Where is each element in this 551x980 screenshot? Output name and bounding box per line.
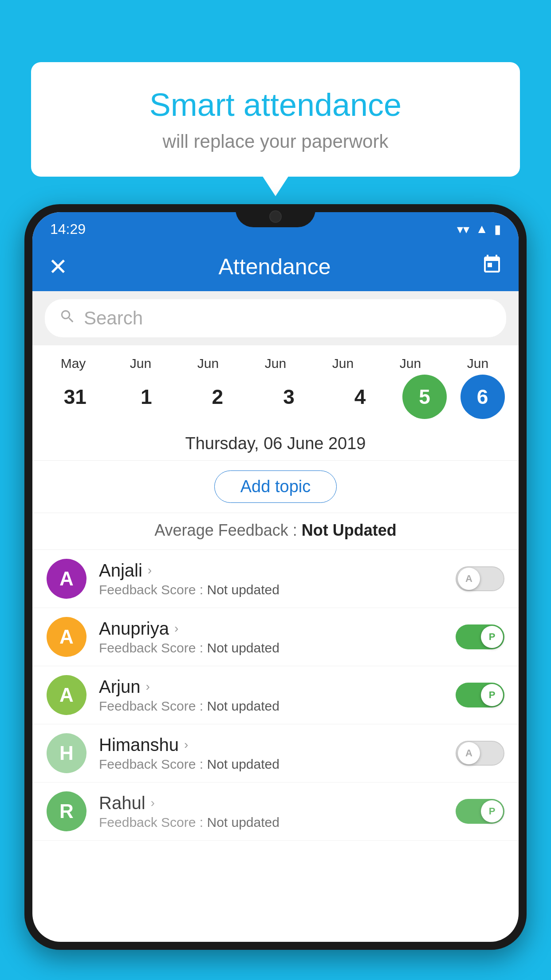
student-feedback-anjali: Feedback Score : Not updated xyxy=(99,582,443,597)
calendar-month-2: Jun xyxy=(179,356,237,371)
chevron-right-icon: › xyxy=(184,738,188,752)
calendar-day-6[interactable]: 6 xyxy=(460,375,505,419)
header-title: Attendance xyxy=(68,254,481,280)
toggle-knob-anjali: A xyxy=(458,568,480,590)
student-name-arjun: Arjun › xyxy=(99,677,443,697)
toggle-knob-himanshu: A xyxy=(458,742,480,764)
student-item-arjun[interactable]: A Arjun › Feedback Score : Not updated P xyxy=(32,666,519,724)
toggle-knob-rahul: P xyxy=(481,800,503,822)
avatar-anjali: A xyxy=(47,559,87,599)
phone-frame: 14:29 ▾▾ ▲ ▮ ✕ Attendance xyxy=(24,204,527,950)
speech-bubble-container: Smart attendance will replace your paper… xyxy=(31,62,520,177)
avatar-himanshu: H xyxy=(47,733,87,773)
student-info-himanshu: Himanshu › Feedback Score : Not updated xyxy=(99,735,443,772)
calendar-month-4: Jun xyxy=(314,356,372,371)
student-name-himanshu: Himanshu › xyxy=(99,735,443,755)
attendance-toggle-anjali[interactable]: A xyxy=(456,566,504,591)
student-feedback-himanshu: Feedback Score : Not updated xyxy=(99,757,443,772)
date-label: Thursday, 06 June 2019 xyxy=(185,434,366,453)
calendar-days-row: 31 1 2 3 4 5 6 xyxy=(39,375,512,419)
search-bar-container: Search xyxy=(32,291,519,345)
calendar-month-3: Jun xyxy=(247,356,304,371)
date-label-section: Thursday, 06 June 2019 xyxy=(32,425,519,461)
phone-container: 14:29 ▾▾ ▲ ▮ ✕ Attendance xyxy=(24,204,527,980)
phone-camera xyxy=(269,210,282,223)
calendar-day-1[interactable]: 1 xyxy=(118,375,175,419)
calendar-month-1: Jun xyxy=(112,356,169,371)
student-info-arjun: Arjun › Feedback Score : Not updated xyxy=(99,677,443,714)
attendance-toggle-anupriya[interactable]: P xyxy=(456,624,504,649)
battery-icon: ▮ xyxy=(494,222,501,237)
phone-screen: 14:29 ▾▾ ▲ ▮ ✕ Attendance xyxy=(32,212,519,942)
chevron-right-icon: › xyxy=(148,563,152,577)
student-item-rahul[interactable]: R Rahul › Feedback Score : Not updated P xyxy=(32,782,519,841)
status-icons: ▾▾ ▲ ▮ xyxy=(457,222,501,237)
wifi-icon: ▾▾ xyxy=(457,222,469,237)
signal-icon: ▲ xyxy=(476,222,488,236)
chevron-right-icon: › xyxy=(146,680,150,694)
attendance-toggle-rahul[interactable]: P xyxy=(456,799,504,824)
student-info-rahul: Rahul › Feedback Score : Not updated xyxy=(99,793,443,830)
toggle-rahul[interactable]: P xyxy=(456,799,504,824)
calendar-month-0: May xyxy=(44,356,102,371)
student-item-anjali[interactable]: A Anjali › Feedback Score : Not updated … xyxy=(32,550,519,608)
bubble-subtitle: will replace your paperwork xyxy=(58,131,493,152)
toggle-knob-arjun: P xyxy=(481,684,503,706)
toggle-anjali[interactable]: A xyxy=(456,566,504,591)
chevron-right-icon: › xyxy=(151,796,155,810)
student-name-anupriya: Anupriya › xyxy=(99,619,443,639)
student-item-himanshu[interactable]: H Himanshu › Feedback Score : Not update… xyxy=(32,724,519,782)
student-feedback-arjun: Feedback Score : Not updated xyxy=(99,699,443,714)
calendar-day-5[interactable]: 5 xyxy=(402,375,447,419)
toggle-anupriya[interactable]: P xyxy=(456,624,504,649)
student-feedback-anupriya: Feedback Score : Not updated xyxy=(99,640,443,656)
student-list: A Anjali › Feedback Score : Not updated … xyxy=(32,550,519,841)
phone-notch xyxy=(236,204,315,227)
search-input[interactable]: Search xyxy=(84,308,143,329)
student-name-rahul: Rahul › xyxy=(99,793,443,813)
toggle-arjun[interactable]: P xyxy=(456,683,504,707)
calendar-month-6: Jun xyxy=(449,356,507,371)
student-name-anjali: Anjali › xyxy=(99,561,443,581)
avg-feedback-section: Average Feedback : Not Updated xyxy=(32,513,519,550)
calendar-strip: May Jun Jun Jun Jun Jun Jun 31 1 2 3 4 5… xyxy=(32,345,519,425)
bubble-title: Smart attendance xyxy=(58,87,493,123)
avatar-arjun: A xyxy=(47,675,87,715)
calendar-day-0[interactable]: 31 xyxy=(46,375,104,419)
close-button[interactable]: ✕ xyxy=(48,253,68,280)
add-topic-button[interactable]: Add topic xyxy=(214,470,337,503)
avg-feedback-label: Average Feedback : Not Updated xyxy=(154,521,397,539)
student-item-anupriya[interactable]: A Anupriya › Feedback Score : Not update… xyxy=(32,608,519,666)
student-info-anupriya: Anupriya › Feedback Score : Not updated xyxy=(99,619,443,656)
speech-bubble: Smart attendance will replace your paper… xyxy=(31,62,520,177)
calendar-day-3[interactable]: 3 xyxy=(260,375,318,419)
toggle-knob-anupriya: P xyxy=(481,626,503,648)
toggle-himanshu[interactable]: A xyxy=(456,741,504,766)
app-header: ✕ Attendance xyxy=(32,242,519,291)
attendance-toggle-himanshu[interactable]: A xyxy=(456,741,504,766)
add-topic-section: Add topic xyxy=(32,461,519,513)
calendar-day-4[interactable]: 4 xyxy=(331,375,389,419)
search-bar[interactable]: Search xyxy=(45,299,506,337)
calendar-icon[interactable] xyxy=(481,254,503,280)
calendar-months-row: May Jun Jun Jun Jun Jun Jun xyxy=(39,356,512,371)
avatar-anupriya: A xyxy=(47,617,87,657)
attendance-toggle-arjun[interactable]: P xyxy=(456,683,504,707)
avatar-rahul: R xyxy=(47,791,87,831)
student-info-anjali: Anjali › Feedback Score : Not updated xyxy=(99,561,443,597)
avg-feedback-value: Not Updated xyxy=(302,521,397,539)
search-icon xyxy=(59,308,76,329)
status-time: 14:29 xyxy=(50,221,86,237)
chevron-right-icon: › xyxy=(174,621,178,636)
student-feedback-rahul: Feedback Score : Not updated xyxy=(99,815,443,830)
calendar-month-5: Jun xyxy=(382,356,439,371)
calendar-day-2[interactable]: 2 xyxy=(189,375,246,419)
